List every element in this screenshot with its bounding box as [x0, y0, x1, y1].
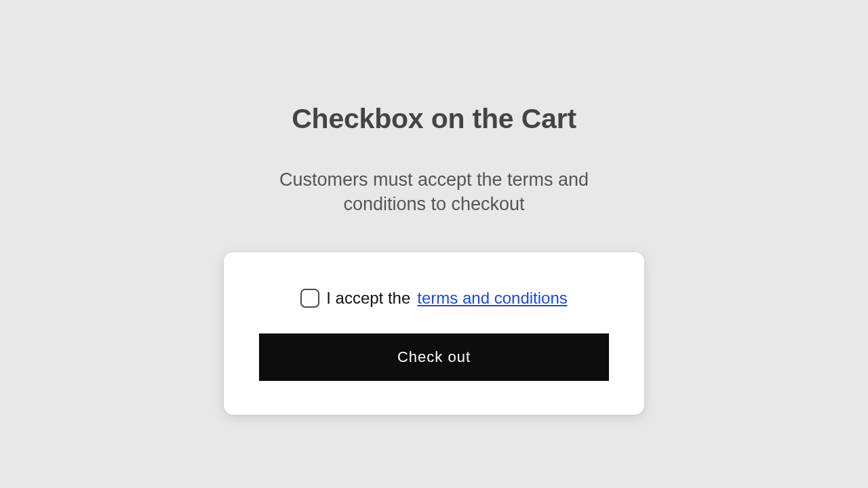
checkout-button[interactable]: Check out — [259, 333, 609, 381]
terms-and-conditions-link[interactable]: terms and conditions — [417, 289, 567, 308]
accept-terms-row: I accept the terms and conditions — [300, 289, 568, 308]
accept-terms-checkbox[interactable] — [300, 289, 319, 308]
page-title: Checkbox on the Cart — [292, 103, 576, 135]
accept-terms-label: I accept the — [326, 289, 410, 308]
page-subtitle: Customers must accept the terms and cond… — [244, 167, 624, 217]
checkout-card: I accept the terms and conditions Check … — [224, 252, 644, 415]
